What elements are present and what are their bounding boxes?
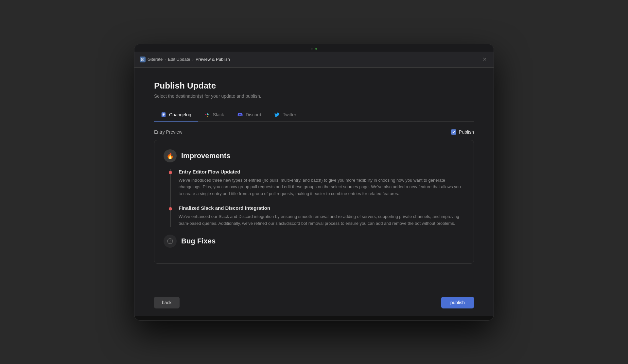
changelog-icon: [161, 112, 166, 118]
bugfixes-icon: [164, 235, 177, 248]
svg-rect-11: [207, 114, 208, 115]
twitter-icon: [274, 112, 280, 118]
publish-checkbox-row[interactable]: Publish: [451, 129, 474, 135]
tab-changelog-label: Changelog: [169, 112, 191, 117]
app-icon: [140, 57, 146, 62]
section-bugfixes-title: Bug Fixes: [181, 237, 216, 245]
entry-dot-1: [169, 171, 172, 174]
improvements-entries: Entry Editor Flow Updated We've introduc…: [170, 169, 464, 227]
back-button[interactable]: back: [154, 297, 180, 308]
entry-item-2: Finalized Slack and Discord integration …: [179, 205, 464, 227]
close-button[interactable]: ✕: [480, 56, 488, 63]
indicator-dot: [311, 48, 313, 50]
publish-button[interactable]: publish: [441, 297, 474, 308]
section-improvements-title: Improvements: [181, 152, 230, 160]
entry-title-2: Finalized Slack and Discord integration: [179, 205, 464, 211]
preview-header: Entry Preview Publish: [154, 129, 474, 135]
improvements-icon: 🔥: [164, 149, 177, 162]
svg-rect-7: [205, 114, 206, 115]
page-subtitle: Select the destination(s) for your updat…: [154, 93, 474, 99]
tab-changelog[interactable]: Changelog: [154, 108, 198, 122]
svg-rect-9: [207, 116, 208, 117]
tab-discord[interactable]: Discord: [231, 108, 268, 122]
page-title: Publish Update: [154, 81, 474, 91]
svg-rect-10: [208, 114, 209, 115]
entry-title-1: Entry Editor Flow Updated: [179, 169, 464, 174]
discord-icon: [237, 112, 243, 118]
breadcrumb-sep-1: ›: [165, 57, 166, 62]
svg-point-13: [170, 242, 170, 242]
entry-body-1: We've introduced three new types of entr…: [179, 177, 464, 197]
entry-body-2: We've enhanced our Slack and Discord int…: [179, 213, 464, 227]
status-dot: [315, 48, 317, 50]
tabs-row: Changelog Slack: [154, 108, 474, 122]
section-improvements-header: 🔥 Improvements: [164, 149, 464, 162]
modal-body: Publish Update Select the destination(s)…: [134, 68, 494, 290]
laptop-base: [134, 316, 494, 320]
entry-dot-2: [169, 207, 172, 210]
tab-slack-label: Slack: [213, 112, 224, 117]
tab-twitter-label: Twitter: [283, 112, 296, 117]
window-titlebar: Giterate › Edit Update › Preview & Publi…: [134, 52, 494, 68]
publish-checkbox[interactable]: [451, 129, 456, 135]
breadcrumb-home[interactable]: Giterate: [148, 57, 163, 62]
preview-label: Entry Preview: [154, 129, 182, 135]
breadcrumb-current: Preview & Publish: [196, 57, 230, 62]
publish-checkbox-label: Publish: [459, 129, 474, 135]
entry-item-1: Entry Editor Flow Updated We've introduc…: [179, 169, 464, 197]
tab-slack[interactable]: Slack: [198, 108, 231, 122]
tab-twitter[interactable]: Twitter: [268, 108, 303, 122]
tab-discord-label: Discord: [246, 112, 261, 117]
section-bugfixes-header: Bug Fixes: [164, 235, 464, 248]
breadcrumb-sep-2: ›: [192, 57, 194, 62]
check-icon: [452, 130, 455, 134]
breadcrumb: Giterate › Edit Update › Preview & Publi…: [140, 57, 230, 62]
footer: back publish: [134, 290, 494, 316]
breadcrumb-edit[interactable]: Edit Update: [168, 57, 190, 62]
preview-card: 🔥 Improvements Entry Editor Flow Updated…: [154, 140, 474, 264]
slack-icon: [204, 112, 210, 118]
svg-rect-8: [207, 113, 208, 114]
